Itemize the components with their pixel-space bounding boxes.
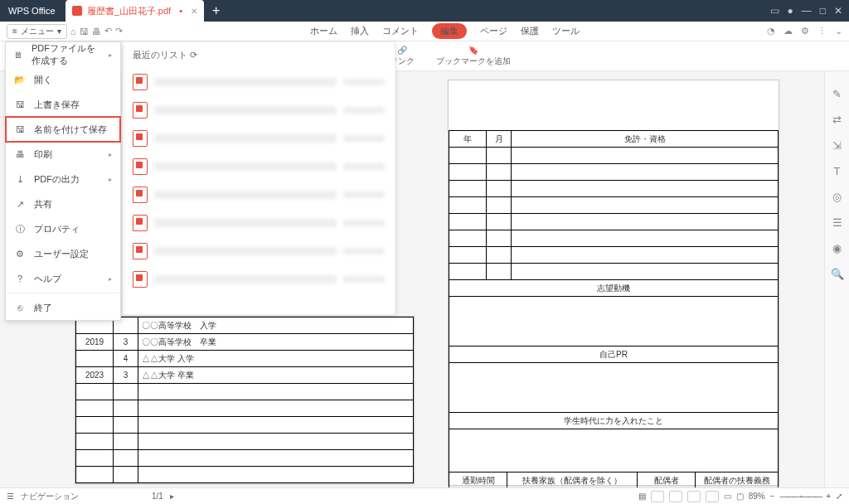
- settings-icon[interactable]: ⚙: [801, 26, 809, 36]
- menu-create-pdf-label: PDFファイルを作成する: [32, 42, 100, 67]
- table-row: [449, 230, 779, 247]
- ocr-tool-icon[interactable]: ◎: [832, 191, 842, 203]
- zoom-out-icon[interactable]: −: [770, 492, 775, 501]
- tab-edit[interactable]: 編集: [432, 23, 467, 39]
- view-facing-icon[interactable]: [687, 491, 701, 502]
- view-single-icon[interactable]: [651, 491, 664, 502]
- tab-page[interactable]: ページ: [480, 25, 507, 37]
- fit-width-icon[interactable]: ▭: [724, 492, 731, 501]
- recent-item[interactable]: [133, 181, 385, 209]
- chevron-right-icon: ▸: [109, 51, 112, 59]
- zoom-slider[interactable]: ———◦———: [780, 492, 822, 501]
- table-row: [449, 214, 779, 230]
- page-indicator[interactable]: 1/1: [152, 492, 163, 501]
- app-name: WPS Office: [0, 6, 64, 16]
- blurred-date: [343, 135, 385, 142]
- table-row: 20193〇〇高等学校 卒業: [76, 334, 414, 351]
- resume-license-table: 年月免許・資格: [449, 130, 779, 280]
- chevron-right-icon: ▸: [109, 176, 112, 183]
- blurred-filename: [154, 191, 337, 199]
- blurred-filename: [154, 275, 337, 284]
- text-tool-icon[interactable]: T: [834, 165, 841, 177]
- view-continuous-icon[interactable]: [669, 491, 682, 502]
- cloud-icon[interactable]: ☁: [784, 26, 793, 36]
- menu-properties[interactable]: ⓘ プロパティ: [6, 216, 120, 241]
- document-tab[interactable]: 履歴書_山田花子.pdf • ✕: [65, 0, 204, 22]
- tab-tools[interactable]: ツール: [552, 25, 580, 37]
- table-row: [449, 197, 779, 214]
- next-page-icon[interactable]: ▸: [170, 492, 174, 501]
- refresh-icon[interactable]: ⟳: [190, 50, 197, 60]
- nav-label[interactable]: ナビゲーション: [21, 491, 79, 502]
- menu-user-settings[interactable]: ⚙ ユーザー設定: [6, 241, 120, 266]
- more-icon[interactable]: ⋮: [817, 26, 827, 36]
- convert-tool-icon[interactable]: ⇄: [832, 114, 842, 126]
- tab-home[interactable]: ホーム: [310, 25, 337, 37]
- tab-insert[interactable]: 挿入: [351, 25, 369, 37]
- menu-pdf-output[interactable]: ⤓ PDFの出力 ▸: [6, 167, 120, 191]
- zoom-in-icon[interactable]: +: [826, 492, 831, 501]
- table-row: [449, 148, 779, 164]
- save-icon[interactable]: 🖫: [80, 27, 89, 36]
- zoom-value[interactable]: 89%: [749, 492, 765, 501]
- table-row: 4△△大学 入学: [76, 351, 414, 367]
- minimize-button[interactable]: —: [802, 5, 812, 17]
- menu-help[interactable]: ? ヘルプ ▸: [6, 266, 120, 291]
- menu-share[interactable]: ↗ 共有: [6, 191, 120, 216]
- view-dual-icon[interactable]: [706, 491, 719, 502]
- blurred-filename: [154, 247, 337, 255]
- search-tool-icon[interactable]: 🔍: [831, 268, 844, 280]
- dirty-indicator: •: [179, 6, 182, 16]
- fullscreen-icon[interactable]: ⤢: [836, 492, 842, 501]
- fit-page-icon[interactable]: ▢: [736, 492, 744, 501]
- new-tab-button[interactable]: +: [212, 3, 220, 18]
- link-icon: 🔗: [397, 46, 407, 55]
- menu-usersettings-label: ユーザー設定: [34, 248, 89, 260]
- close-window-button[interactable]: ✕: [834, 5, 842, 17]
- table-row: [76, 434, 414, 450]
- menu-create-pdf[interactable]: 🗎 PDFファイルを作成する ▸: [6, 42, 120, 67]
- user-icon[interactable]: ●: [788, 5, 793, 17]
- menu-button[interactable]: ≡ メニュー ▾: [7, 24, 67, 39]
- nav-toggle-icon[interactable]: ☰: [7, 492, 14, 501]
- menu-exit[interactable]: ⎋ 終了: [6, 295, 120, 320]
- close-icon[interactable]: ✕: [191, 7, 197, 16]
- menu-save-as[interactable]: 🖫 名前を付けて保存: [6, 117, 120, 142]
- table-header-row: 年月免許・資格: [449, 131, 779, 148]
- recent-item[interactable]: [133, 124, 385, 153]
- statusbar-right: ▤ ▭ ▢ 89% − ———◦——— + ⤢: [638, 491, 842, 502]
- account-icon[interactable]: ◔: [767, 26, 775, 36]
- undo-icon[interactable]: ↶: [104, 26, 112, 36]
- ribbon-bookmark[interactable]: 🔖 ブックマークを追加: [436, 46, 511, 67]
- recent-item[interactable]: [133, 265, 385, 293]
- tab-comment[interactable]: コメント: [382, 25, 419, 37]
- maximize-button[interactable]: □: [820, 5, 826, 17]
- home-icon[interactable]: ⌂: [70, 27, 76, 36]
- edit-tool-icon[interactable]: ✎: [832, 88, 842, 100]
- view-mode-icon[interactable]: ▤: [638, 492, 646, 501]
- menu-print[interactable]: 🖶 印刷 ▸: [6, 142, 120, 167]
- resume-selfpr-table: 自己PR: [449, 346, 779, 413]
- caret-icon[interactable]: ⌄: [835, 26, 842, 36]
- stamp-tool-icon[interactable]: ◉: [832, 242, 842, 254]
- recent-item[interactable]: [133, 237, 385, 265]
- tray-icon[interactable]: ▭: [770, 5, 779, 17]
- table-row: [76, 467, 414, 483]
- recent-item[interactable]: [133, 153, 385, 181]
- redo-icon[interactable]: ↷: [115, 26, 123, 36]
- layers-tool-icon[interactable]: ☰: [832, 216, 842, 229]
- print-icon[interactable]: 🖶: [92, 27, 101, 36]
- titlebar: WPS Office 履歴書_山田花子.pdf • ✕ + ▭ ● — □ ✕: [0, 0, 849, 22]
- menu-open[interactable]: 📂 開く: [6, 67, 120, 92]
- new-file-icon: 🗎: [14, 50, 23, 60]
- recent-header-text: 最近のリスト: [133, 50, 187, 60]
- save-icon: 🖫: [14, 99, 26, 109]
- recent-item[interactable]: [133, 209, 385, 237]
- recent-item[interactable]: [133, 68, 385, 96]
- recent-item[interactable]: [133, 96, 385, 124]
- menu-pdf-output-label: PDFの出力: [34, 173, 80, 186]
- compress-tool-icon[interactable]: ⇲: [832, 139, 842, 152]
- save-as-icon: 🖫: [14, 124, 26, 134]
- menu-overwrite-save[interactable]: 🖫 上書き保存: [6, 92, 120, 117]
- tab-protect[interactable]: 保護: [521, 25, 539, 37]
